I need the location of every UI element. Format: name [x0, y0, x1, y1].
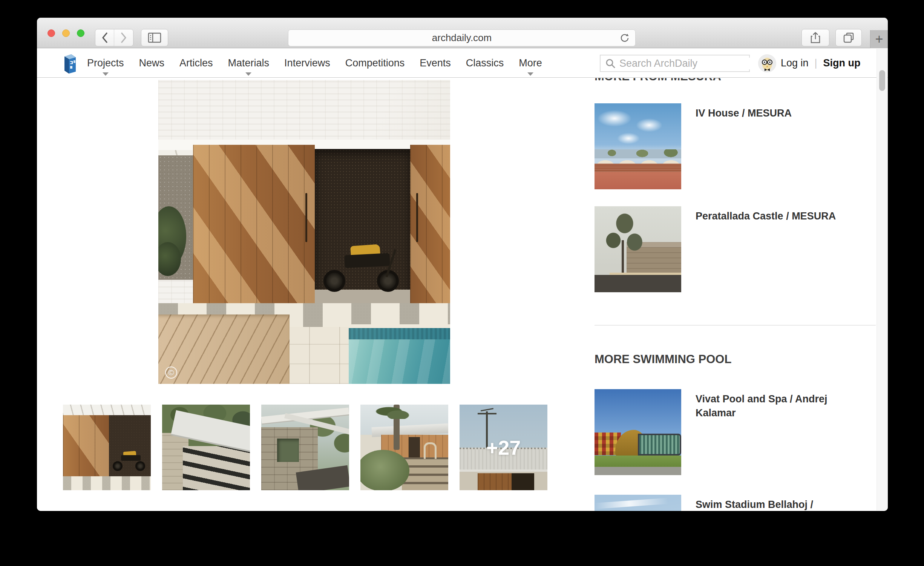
related-title[interactable]: IV House / MESURA: [696, 106, 865, 120]
nav-item-projects[interactable]: Projects: [87, 49, 124, 78]
more-photos-overlay: +27: [460, 405, 547, 490]
search-icon: [605, 58, 616, 69]
auth-links: Log in | Sign up: [781, 49, 861, 78]
sidebar-section-heading-mesura: MORE FROM MESURA: [595, 78, 876, 83]
photo-wood-sliding-door-right: [410, 145, 450, 305]
related-title[interactable]: Swim Stadium Bellahoj /: [696, 498, 865, 511]
tabs-icon: [843, 32, 854, 43]
page-content: ©: [37, 78, 888, 511]
related-item-vivat-pool[interactable]: Vivat Pool and Spa / Andrej Kalamar: [595, 389, 876, 475]
thumb-art: [375, 405, 421, 419]
chevron-left-icon: [101, 32, 109, 44]
related-thumb-vivat-pool[interactable]: [595, 389, 681, 475]
zoom-window-button[interactable]: [77, 29, 84, 37]
pool-ripples: [349, 339, 450, 384]
copyright-badge: ©: [165, 367, 177, 379]
sidebar-panel-icon: [148, 32, 161, 43]
site-navbar: Projects News Articles Materials Intervi…: [37, 49, 888, 78]
new-tab-button[interactable]: +: [870, 30, 888, 48]
thumb-art: [277, 439, 299, 462]
forward-button[interactable]: [114, 29, 133, 46]
related-thumb-swim-stadium[interactable]: [595, 495, 681, 511]
gallery-thumbnail-strip: +27: [63, 405, 547, 490]
more-photos-count: +27: [486, 436, 521, 459]
related-item-swim-stadium[interactable]: Swim Stadium Bellahoj /: [595, 495, 876, 511]
url-text: archdaily.com: [432, 32, 492, 44]
tab-overview-button[interactable]: [835, 29, 862, 46]
sidebar-toggle-button[interactable]: [141, 29, 168, 46]
pool-tile-band: [349, 328, 450, 339]
chevron-right-icon: [120, 32, 127, 44]
thumb-art: [424, 442, 437, 459]
thumb-art: [598, 110, 631, 127]
share-icon: [810, 32, 821, 44]
gallery-thumbnail-3[interactable]: [261, 405, 349, 490]
nav-item-interviews[interactable]: Interviews: [284, 49, 330, 78]
desktop-background: archdaily.com +: [0, 0, 924, 566]
related-item-iv-house[interactable]: IV House / MESURA: [595, 103, 876, 189]
thumb-art: [409, 437, 420, 460]
thumb-art: [183, 446, 250, 490]
door-handle: [416, 193, 418, 242]
thumb-art: [113, 461, 123, 471]
close-window-button[interactable]: [48, 29, 55, 37]
related-title[interactable]: Peratallada Castle / MESURA: [696, 209, 865, 223]
pool-coping: [349, 324, 450, 328]
signup-link[interactable]: Sign up: [823, 57, 861, 69]
site-menu: Projects News Articles Materials Intervi…: [87, 49, 542, 78]
photo-wood-deck: [158, 314, 290, 384]
gallery-thumbnail-more[interactable]: +27: [460, 405, 547, 490]
thumb-art: [602, 209, 647, 266]
thumb-art: [595, 172, 681, 189]
nav-item-materials[interactable]: Materials: [228, 49, 270, 78]
related-sidebar: MORE FROM MESURA IV House / MESURA: [595, 78, 876, 511]
gallery-thumbnail-1[interactable]: [63, 405, 151, 490]
history-nav-buttons: [95, 29, 133, 46]
back-button[interactable]: [95, 29, 114, 46]
share-button[interactable]: [801, 29, 829, 46]
search-input[interactable]: [619, 58, 753, 69]
chevron-down-icon: [527, 72, 533, 76]
nav-item-news[interactable]: News: [139, 49, 165, 78]
related-item-peratallada[interactable]: Peratallada Castle / MESURA: [595, 206, 876, 292]
login-link[interactable]: Log in: [781, 57, 809, 69]
nav-item-more[interactable]: More: [519, 49, 542, 78]
thumb-art: [617, 133, 640, 144]
chevron-down-icon: [103, 72, 109, 76]
nav-item-classics[interactable]: Classics: [466, 49, 504, 78]
motorcycle: [321, 242, 408, 295]
archdaily-logo[interactable]: [63, 54, 77, 74]
nav-item-articles[interactable]: Articles: [179, 49, 213, 78]
address-bar[interactable]: archdaily.com: [288, 29, 636, 46]
reload-icon[interactable]: [619, 33, 630, 43]
nav-item-competitions[interactable]: Competitions: [345, 49, 405, 78]
thumb-art: [636, 118, 662, 132]
nav-item-events[interactable]: Events: [420, 49, 451, 78]
thumb-art: [360, 450, 409, 490]
browser-toolbar: archdaily.com +: [37, 18, 888, 48]
photo-wood-sliding-door-left: [193, 145, 315, 305]
related-title[interactable]: Vivat Pool and Spa / Andrej Kalamar: [696, 392, 865, 420]
safari-window: archdaily.com +: [37, 18, 888, 511]
thumb-art: [63, 415, 109, 476]
thumb-art: [595, 164, 681, 172]
thumb-art: [121, 455, 141, 461]
window-controls: [48, 29, 84, 37]
page-scrollbar-thumb[interactable]: [879, 70, 885, 91]
motorcycle-frame: [344, 253, 390, 268]
page-scrollbar-track[interactable]: [876, 49, 887, 511]
related-thumb-iv-house[interactable]: [595, 103, 681, 189]
minimize-window-button[interactable]: [62, 29, 70, 37]
thumb-motorcycle: [112, 449, 148, 472]
gallery-thumbnail-2[interactable]: [162, 405, 250, 490]
sidebar-divider: [595, 325, 876, 325]
gallery-thumbnail-4[interactable]: [360, 405, 448, 490]
related-thumb-peratallada[interactable]: [595, 206, 681, 292]
user-avatar-owl-icon[interactable]: [758, 54, 776, 72]
motorcycle-wheel: [323, 270, 345, 292]
main-gallery-photo[interactable]: ©: [158, 80, 450, 384]
photo-swimming-pool: [349, 324, 450, 384]
sidebar-section-heading-pool: MORE SWIMMING POOL: [595, 353, 731, 366]
thumb-art: [595, 467, 681, 475]
search-box: [600, 55, 750, 72]
